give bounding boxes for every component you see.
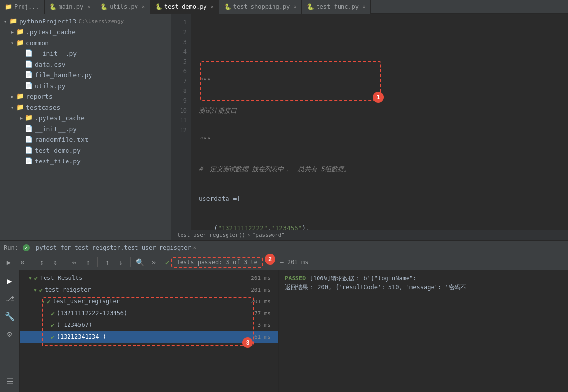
tree-pytest-cache-test[interactable]: ▶ 📁 .pytest_cache (0, 113, 171, 123)
randomfile-icon: 📄 (24, 136, 33, 143)
ln-12: 12 (171, 125, 191, 135)
code-text-6c: , (268, 223, 272, 230)
pytest-cache-test-label: .pytest_cache (35, 115, 85, 122)
line-numbers: 1 2 3 4 5 6 7 8 9 10 11 12 (171, 14, 191, 230)
test-case-2[interactable]: ✔ (-1234567) 3 ms (20, 319, 278, 331)
tab-test-demo-label: test_demo.py (164, 3, 207, 10)
arrow-reports: ▶ (9, 94, 16, 99)
user-regisgter-label: test_user_regisgter (53, 298, 120, 305)
run-tab[interactable]: pytest for test_reigster.test_user_regis… (33, 244, 199, 251)
tree-test-demo[interactable]: ▶ 📄 test_demo.py (0, 145, 171, 156)
ln-11: 11 (171, 115, 191, 125)
run-tab-label: pytest for test_reigster.test_user_regis… (36, 244, 191, 251)
more-button[interactable]: » (148, 256, 159, 268)
py-file-icon-4: 🐍 (224, 3, 231, 10)
reigster-label: test_reigster (45, 286, 91, 293)
pytest-cache-test-icon: 📁 (24, 114, 33, 122)
test-results-root[interactable]: ▾ ✔ Test Results 201 ms (20, 272, 278, 284)
prev-button[interactable]: ↑ (101, 256, 113, 268)
tree-data-csv[interactable]: ▶ 📄 data.csv (0, 59, 171, 69)
toolbar-sep-2 (65, 257, 65, 267)
tree-init-test[interactable]: ▶ 📄 __init__.py (0, 123, 171, 134)
tab-proj[interactable]: 📁 Proj... (0, 0, 45, 14)
run-bar: Run: ✓ pytest for test_reigster.test_use… (0, 241, 568, 254)
run-button[interactable]: ▶ (3, 256, 15, 268)
reigster-time: 201 ms (251, 287, 274, 293)
strip-settings-icon[interactable]: ⚙ (3, 327, 17, 341)
ln-9: 9 (171, 96, 191, 106)
code-text-5a: userdata =[ (199, 194, 241, 204)
filter-button[interactable]: ⇑ (82, 256, 94, 268)
code-text-6b: "13211112222" (218, 223, 268, 230)
toolbar-sep-4 (130, 257, 131, 267)
bottom-left-strip: ▶ ⎇ 🔧 ⚙ ☰ (0, 270, 20, 392)
breadcrumb-attr: "password" (252, 232, 285, 238)
test-case-1[interactable]: ✔ (13211112222-123456) 77 ms (20, 307, 278, 319)
test-user-regisgter-item[interactable]: ▾ ✔ test_user_regisgter 201 ms (20, 296, 278, 307)
tab-main-close[interactable]: ✕ (87, 4, 90, 9)
pytest-cache-root-icon: 📁 (16, 28, 24, 36)
tab-test-demo-py[interactable]: 🐍 test_demo.py ✕ (150, 0, 219, 14)
code-line-6: ("13211112222","123456"), (199, 223, 560, 230)
run-tab-close[interactable]: ✕ (193, 245, 196, 250)
data-csv-label: data.csv (35, 61, 66, 68)
code-area[interactable]: 1 2 3 4 5 6 7 8 9 10 11 12 1 """ 测试注册接口 … (171, 14, 568, 230)
tree-randomfile[interactable]: ▶ 📄 randomfile.txt (0, 134, 171, 145)
code-text-6a: ( (199, 223, 218, 230)
init-test-label: __init__.py (35, 125, 77, 133)
code-line-4: # 定义测试数据 放在列表中， 总共有 5组数据。 (199, 164, 560, 174)
sort-button-2[interactable]: ⇕ (49, 256, 61, 268)
ln-8: 8 (171, 86, 191, 96)
strip-bottom-icon[interactable]: ☰ (3, 374, 17, 388)
tree-test-file[interactable]: ▶ 📄 test_file.py (0, 156, 171, 166)
tree-init-common[interactable]: ▶ 📄 __init__.py (0, 48, 171, 59)
arrow-common: ▾ (9, 40, 16, 46)
py-file-icon-5: 🐍 (307, 3, 314, 10)
tree-reports[interactable]: ▶ 📁 reports (0, 91, 171, 102)
ln-10: 10 (171, 106, 191, 115)
user-check: ✔ (47, 298, 51, 305)
tree-project-root[interactable]: ▾ 📁 pythonProject13 C:\Users\zengy (0, 16, 171, 26)
reigster-expand-icon: ▾ (33, 286, 37, 294)
sort-button-1[interactable]: ↕ (36, 256, 47, 268)
reigster-check: ✔ (39, 286, 43, 294)
tree-file-handler[interactable]: ▶ 📄 file_handler.py (0, 69, 171, 80)
strip-debug-icon[interactable]: 🔧 (3, 309, 17, 323)
tab-utils-py[interactable]: 🐍 utils.py ✕ (95, 0, 150, 14)
tree-pytest-cache-root[interactable]: ▶ 📁 .pytest_cache (0, 26, 171, 37)
toolbar-row: ▶ ⊘ ↕ ⇕ ⇔ ⇑ ↑ ↓ 🔍 » ✔ Tests passed: 3 of… (0, 254, 568, 270)
tab-utils-label: utils.py (110, 3, 138, 10)
tab-func-close[interactable]: ✕ (363, 4, 365, 9)
utils-icon: 📄 (24, 82, 33, 90)
file-tree: ▾ 📁 pythonProject13 C:\Users\zengy ▶ 📁 .… (0, 14, 171, 240)
tab-main-py[interactable]: 🐍 main.py ✕ (45, 0, 96, 14)
code-editor: 1 2 3 4 5 6 7 8 9 10 11 12 1 """ 测试注册接口 … (171, 14, 568, 240)
code-content[interactable]: 1 """ 测试注册接口 """ # 定义测试数据 放在列表中， 总共有 5组数… (191, 14, 568, 230)
case1-label: (13211112222-123456) (57, 310, 128, 317)
tab-shopping-close[interactable]: ✕ (294, 4, 296, 9)
search-button[interactable]: 🔍 (134, 256, 146, 268)
stop-button[interactable]: ⊘ (17, 256, 28, 268)
tree-utils-py[interactable]: ▶ 📄 utils.py (0, 80, 171, 91)
results-time: 201 ms (251, 275, 274, 281)
case1-time: 77 ms (254, 310, 274, 317)
align-button[interactable]: ⇔ (68, 256, 80, 268)
tab-test-demo-close[interactable]: ✕ (211, 4, 214, 9)
tests-passed-box: Tests passed: 3 of 3 te 2 (171, 257, 262, 268)
case3-check: ✔ (51, 333, 55, 341)
strip-run-icon[interactable]: ▶ (3, 274, 17, 288)
code-line-2: 测试注册接口 (199, 106, 560, 115)
next-button[interactable]: ↓ (115, 256, 127, 268)
user-expand-icon: ▾ (41, 298, 45, 305)
arrow-project: ▾ (2, 19, 9, 24)
tab-test-shopping[interactable]: 🐍 test_shopping.py ✕ (219, 0, 302, 14)
strip-git-icon[interactable]: ⎇ (3, 292, 17, 305)
tab-utils-close[interactable]: ✕ (142, 4, 145, 9)
test-reigster-item[interactable]: ▾ ✔ test_reigster 201 ms (20, 284, 278, 296)
tree-testcases[interactable]: ▾ 📁 testcases (0, 102, 171, 113)
tab-test-func[interactable]: 🐍 test_func.py ✕ (302, 0, 371, 14)
ln-7: 7 (171, 76, 191, 86)
test-output-panel: PASSED [100%]请求数据： b'{"loginName": 返回结果：… (279, 270, 568, 392)
test-case-3[interactable]: ✔ (13212341234-) 61 ms (20, 331, 278, 343)
tree-common[interactable]: ▾ 📁 common (0, 37, 171, 48)
